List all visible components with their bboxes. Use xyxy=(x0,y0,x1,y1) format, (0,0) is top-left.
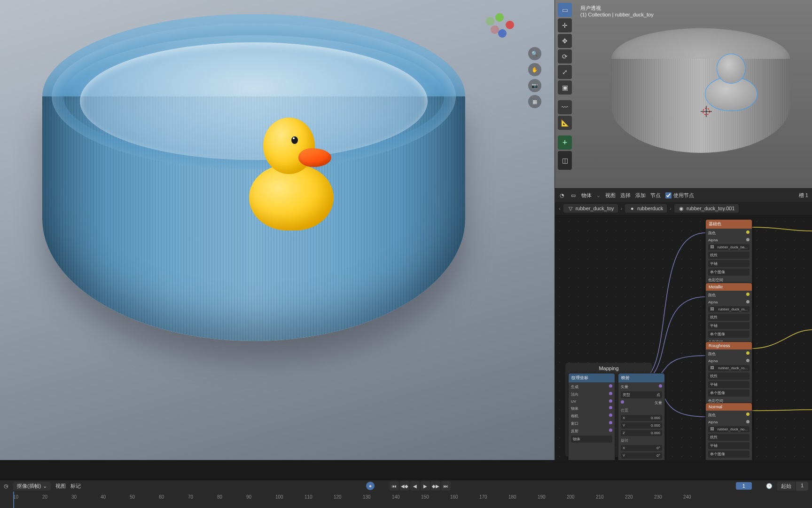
jump-start-icon[interactable]: ⏮ xyxy=(390,481,399,491)
jump-end-icon[interactable]: ⏭ xyxy=(441,481,451,491)
viewport-cube-icon[interactable]: ◫ xyxy=(558,151,572,170)
breadcrumb-nodegroup[interactable]: ◉rubber_duck_toy.001 xyxy=(674,204,739,213)
timeline-tick: 220 xyxy=(625,494,654,508)
nodegroup-icon: ◉ xyxy=(678,205,685,212)
timeline-tick: 100 xyxy=(275,494,304,508)
timeline-tick: 190 xyxy=(538,494,567,508)
timeline-tick: 30 xyxy=(71,494,101,508)
annotate-tool-icon[interactable]: 〰 xyxy=(558,100,572,114)
play-icon[interactable]: ▶ xyxy=(421,481,430,491)
mapping-frame[interactable]: Mapping 纹理坐标 生成 法向 UV 物体 相机 窗口 反射 物体 映射 … xyxy=(565,363,652,457)
frame-label: Mapping xyxy=(568,365,649,373)
timeline-tick: 70 xyxy=(188,494,217,508)
timeline-tick: 10 xyxy=(13,494,42,508)
current-frame-field[interactable]: 1 xyxy=(736,482,752,490)
pan-hand-icon[interactable]: ✋ xyxy=(528,63,541,76)
timeline-tick: 80 xyxy=(217,494,246,508)
selected-duck-mesh xyxy=(705,52,757,108)
timeline-tick: 120 xyxy=(334,494,363,508)
rotate-tool-icon[interactable]: ⟳ xyxy=(558,49,572,64)
scale-tool-icon[interactable]: ⤢ xyxy=(558,65,572,79)
timeline-view-menu[interactable]: 视图 xyxy=(55,483,66,490)
timeline-tick: 170 xyxy=(479,494,508,508)
timeline-editor-icon[interactable]: ◷ xyxy=(4,483,8,489)
timeline-tick: 40 xyxy=(101,494,130,508)
timeline-header: ◷ 抠像(插帧)⌄ 视图 标记 ● ⏮ ◀◆ ◀ ▶ ◆▶ ⏭ 1 🕒 起始 1 xyxy=(0,480,812,492)
node-editor-header: ◔ ▭ 物体 ⌄ 视图 选择 添加 节点 使用节点 槽 1 xyxy=(555,189,812,202)
breadcrumb-object[interactable]: ▽rubber_duck_toy xyxy=(563,204,618,213)
select-menu[interactable]: 选择 xyxy=(620,192,631,199)
timeline-tick: 130 xyxy=(363,494,392,508)
shader-node-editor[interactable]: ◔ ▭ 物体 ⌄ 视图 选择 添加 节点 使用节点 槽 1 ‹ ▽rubber_… xyxy=(554,188,812,460)
node-menu[interactable]: 节点 xyxy=(650,192,661,199)
use-nodes-checkbox[interactable]: 使用节点 xyxy=(665,192,694,199)
timeline-tick: 50 xyxy=(130,494,159,508)
timeline[interactable]: ◷ 抠像(插帧)⌄ 视图 标记 ● ⏮ ◀◆ ◀ ▶ ◆▶ ⏭ 1 🕒 起始 1… xyxy=(0,480,812,508)
view-menu[interactable]: 视图 xyxy=(605,192,616,199)
select-box-tool-icon[interactable]: ▭ xyxy=(558,3,572,17)
scene-bottlecap xyxy=(42,14,465,400)
node-editor-type-icon[interactable]: ◔ xyxy=(559,192,565,198)
axis-y-icon[interactable] xyxy=(495,13,504,22)
keyframe-next-icon[interactable]: ◆▶ xyxy=(431,481,440,491)
add-tool-icon[interactable]: + xyxy=(558,135,572,150)
shader-type-icon[interactable]: ▭ xyxy=(570,192,577,198)
timeline-tick: 140 xyxy=(392,494,421,508)
viewport-controls: 🔍 ✋ 📷 ▦ xyxy=(528,47,541,108)
timeline-tick: 180 xyxy=(508,494,538,508)
timeline-tick: 210 xyxy=(596,494,625,508)
timeline-tick: 240 xyxy=(683,494,712,508)
object-mode-dropdown[interactable]: 物体 xyxy=(581,192,592,199)
breadcrumb-material[interactable]: ●rubberduck xyxy=(625,204,667,213)
rendered-viewport[interactable]: 🔍 ✋ 📷 ▦ xyxy=(0,0,554,460)
playback-dropdown[interactable]: 抠像(插帧)⌄ xyxy=(13,482,51,491)
move-tool-icon[interactable]: ✥ xyxy=(558,34,572,48)
duck-beak xyxy=(298,148,331,167)
cursor-tool-icon[interactable]: ✛ xyxy=(558,18,572,32)
axis-neg-x-icon[interactable] xyxy=(491,25,499,34)
timeline-tick: 90 xyxy=(246,494,275,508)
timeline-tick: 150 xyxy=(421,494,450,508)
axis-neg-y-icon[interactable] xyxy=(486,17,494,25)
mesh-preview xyxy=(611,28,790,141)
timeline-tick: 230 xyxy=(654,494,683,508)
duck-body xyxy=(249,165,334,230)
material-icon: ● xyxy=(629,205,635,212)
timeline-tick: 110 xyxy=(304,494,334,508)
playhead[interactable] xyxy=(13,492,14,508)
mesh-icon: ▽ xyxy=(567,205,574,212)
timeline-marker-menu[interactable]: 标记 xyxy=(70,483,81,490)
keyframe-prev-icon[interactable]: ◀◆ xyxy=(400,481,409,491)
normal-texture-node[interactable]: Normal 颜色 Alpha 🖼rubber_duck_no... 线性 平铺… xyxy=(705,403,752,460)
start-frame-field[interactable]: 起始 1 xyxy=(777,482,808,491)
playback-controls: ⏮ ◀◆ ◀ ▶ ◆▶ ⏭ xyxy=(390,481,451,491)
viewport-header: 用户透视 (1) Collection | rubber_duck_toy xyxy=(577,2,657,20)
axis-z-icon[interactable] xyxy=(498,29,507,38)
measure-tool-icon[interactable]: 📐 xyxy=(558,116,572,130)
zoom-icon[interactable]: 🔍 xyxy=(528,47,541,60)
play-reverse-icon[interactable]: ◀ xyxy=(410,481,420,491)
timeline-tick: 60 xyxy=(159,494,188,508)
transform-tool-icon[interactable]: ▣ xyxy=(558,80,572,95)
mapping-node[interactable]: 映射 矢量 类型点 矢量 位置 X0.000 Y0.000 Z0.000 旋转 … xyxy=(618,373,665,460)
timeline-tick: 200 xyxy=(567,494,596,508)
duck-eye xyxy=(291,136,298,144)
secondary-viewport[interactable]: ▭ ✛ ✥ ⟳ ⤢ ▣ 〰 📐 + ◫ 用户透视 (1) Collection … xyxy=(554,0,812,188)
texture-coordinate-node[interactable]: 纹理坐标 生成 法向 UV 物体 相机 窗口 反射 物体 xyxy=(568,373,615,460)
orientation-gizmo[interactable] xyxy=(483,11,516,44)
viewport-title: 用户透视 xyxy=(580,5,654,12)
timeline-tick: 20 xyxy=(42,494,71,508)
perspective-toggle-icon[interactable]: ▦ xyxy=(528,95,541,108)
add-menu[interactable]: 添加 xyxy=(635,192,646,199)
node-breadcrumb: ‹ ▽rubber_duck_toy › ●rubberduck › ◉rubb… xyxy=(555,202,812,215)
viewport-toolbar: ▭ ✛ ✥ ⟳ ⤢ ▣ 〰 📐 + ◫ xyxy=(558,3,572,170)
rubber-duck xyxy=(244,108,338,230)
slot-label[interactable]: 槽 1 xyxy=(799,192,808,199)
cursor-3d-icon xyxy=(701,106,712,117)
camera-view-icon[interactable]: 📷 xyxy=(528,79,541,92)
viewport-collection-path: (1) Collection | rubber_duck_toy xyxy=(580,12,654,17)
clock-icon: 🕒 xyxy=(766,483,773,489)
autokey-toggle-icon[interactable]: ● xyxy=(366,482,375,490)
axis-x-icon[interactable] xyxy=(506,21,514,29)
timeline-ruler[interactable]: 1020304050607080901001101201301401501601… xyxy=(0,492,812,508)
